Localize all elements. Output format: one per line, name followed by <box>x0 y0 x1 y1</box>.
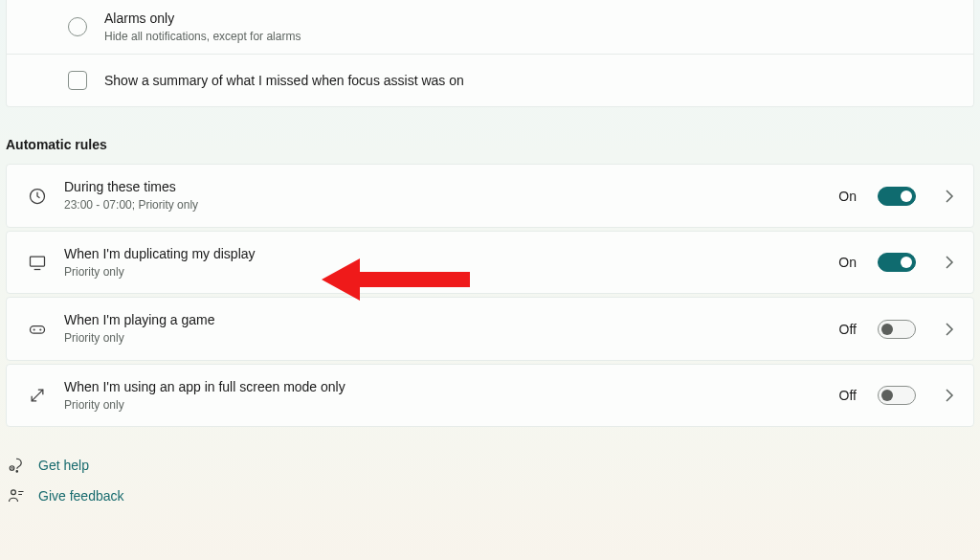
chevron-right-icon <box>943 389 956 402</box>
chevron-right-icon <box>943 323 956 336</box>
monitor-icon <box>28 253 47 272</box>
link-get-help[interactable]: Get help <box>8 457 972 474</box>
toggle-state-label: On <box>838 189 857 204</box>
chevron-right-icon <box>943 256 956 269</box>
toggle-state-label: Off <box>839 322 857 337</box>
rule-subtitle: Priority only <box>64 398 822 414</box>
rule-subtitle: 23:00 - 07:00; Priority only <box>64 198 821 213</box>
svg-point-7 <box>11 490 16 495</box>
svg-point-3 <box>33 329 34 330</box>
link-get-help-label: Get help <box>38 458 89 473</box>
toggle-playing-game[interactable] <box>878 320 916 339</box>
radio-option-title: Alarms only <box>104 10 956 28</box>
rule-subtitle: Priority only <box>64 331 822 347</box>
gamepad-icon <box>28 320 47 339</box>
rule-row-playing-game[interactable]: When I'm playing a game Priority only Of… <box>6 297 974 360</box>
checkbox-summary[interactable] <box>68 71 87 90</box>
toggle-state-label: On <box>838 255 857 270</box>
svg-rect-2 <box>31 325 45 333</box>
rule-row-fullscreen-app[interactable]: When I'm using an app in full screen mod… <box>6 364 974 427</box>
link-give-feedback-label: Give feedback <box>38 488 124 504</box>
rule-subtitle: Priority only <box>64 265 821 280</box>
section-header-automatic-rules: Automatic rules <box>0 110 980 164</box>
checkbox-row-summary: Show a summary of what I missed when foc… <box>7 55 973 106</box>
rule-title: When I'm playing a game <box>64 311 822 329</box>
link-give-feedback[interactable]: Give feedback <box>8 487 972 504</box>
svg-point-5 <box>16 471 17 472</box>
svg-point-4 <box>40 329 41 330</box>
rule-title: When I'm using an app in full screen mod… <box>64 378 822 396</box>
clock-icon <box>28 187 47 206</box>
rule-title: When I'm duplicating my display <box>64 245 821 263</box>
expand-icon <box>28 386 47 405</box>
radio-option-subtitle: Hide all notifications, except for alarm… <box>104 30 956 45</box>
radio-option-alarms-only: Alarms only Hide all notifications, exce… <box>7 0 973 54</box>
help-icon <box>8 457 25 474</box>
feedback-icon <box>8 487 25 504</box>
svg-rect-1 <box>31 257 45 266</box>
toggle-fullscreen[interactable] <box>878 386 916 405</box>
toggle-state-label: Off <box>839 388 857 403</box>
toggle-duplicating[interactable] <box>878 253 916 272</box>
radio-alarms-only[interactable] <box>68 17 87 36</box>
toggle-during-times[interactable] <box>878 187 916 206</box>
rule-title: During these times <box>64 178 821 196</box>
rule-row-during-times[interactable]: During these times 23:00 - 07:00; Priori… <box>6 164 974 227</box>
rule-row-duplicating-display[interactable]: When I'm duplicating my display Priority… <box>6 231 974 294</box>
checkbox-summary-label: Show a summary of what I missed when foc… <box>104 72 956 90</box>
chevron-right-icon <box>943 190 956 203</box>
